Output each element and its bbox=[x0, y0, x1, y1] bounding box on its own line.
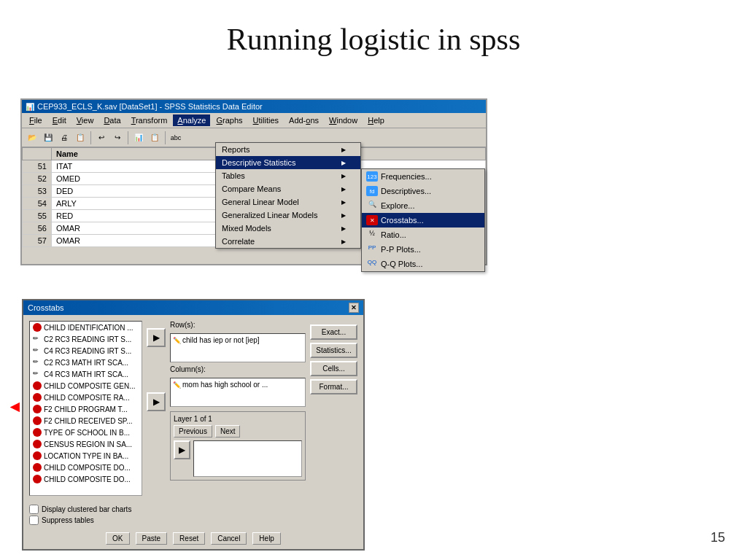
rows-field-item: ✏️ child has iep or not [iep] bbox=[173, 336, 260, 344]
menu-file[interactable]: File bbox=[25, 114, 47, 126]
toolbar-vars[interactable]: 📋 bbox=[147, 131, 162, 145]
variable-list-item[interactable]: ✏C4 RC3 READING IRT S... bbox=[30, 345, 142, 357]
col-num bbox=[23, 148, 52, 160]
columns-value: mom has high school or ... bbox=[182, 381, 268, 389]
submenu-ratio[interactable]: ½ Ratio... bbox=[362, 228, 484, 242]
menu-utilities[interactable]: Utilities bbox=[249, 114, 283, 126]
ok-button[interactable]: OK bbox=[106, 532, 129, 545]
submenu-frequencies[interactable]: 123 Frequencies... bbox=[362, 169, 484, 184]
menu-descriptive-stats[interactable]: Descriptive Statistics▶ bbox=[216, 156, 360, 169]
rows-field[interactable]: ✏️ child has iep or not [iep] bbox=[170, 333, 306, 362]
menu-transform[interactable]: Transform bbox=[127, 114, 172, 126]
dialog-title-bar: Crosstabs ✕ bbox=[23, 300, 363, 315]
next-button[interactable]: Next bbox=[215, 425, 241, 438]
qq-icon: QQ bbox=[366, 259, 378, 269]
variable-list-item[interactable]: CHILD COMPOSITE RA... bbox=[30, 392, 142, 403]
dialog-close-button[interactable]: ✕ bbox=[349, 303, 359, 313]
cells-button[interactable]: Cells... bbox=[310, 361, 357, 376]
row-num-cell: 54 bbox=[23, 198, 52, 210]
format-button[interactable]: Format... bbox=[310, 379, 357, 394]
variable-list[interactable]: CHILD IDENTIFICATION ...✏C2 RC3 READING … bbox=[29, 321, 142, 496]
menu-tables[interactable]: Tables▶ bbox=[216, 169, 360, 182]
clustered-bar-checkbox[interactable] bbox=[29, 505, 39, 514]
pencil-icon: ✏ bbox=[33, 335, 42, 343]
submenu-qq[interactable]: QQ Q-Q Plots... bbox=[362, 257, 484, 271]
col-arrow-button[interactable]: ▶ bbox=[147, 392, 166, 411]
red-circle-icon bbox=[33, 451, 42, 460]
menu-generalized-linear[interactable]: Generalized Linear Models▶ bbox=[216, 209, 360, 222]
red-circle-icon bbox=[33, 440, 42, 448]
row-num-cell: 57 bbox=[23, 235, 52, 247]
pencil-icon: ✏ bbox=[33, 346, 42, 355]
toolbar-save[interactable]: 💾 bbox=[41, 131, 55, 145]
menu-data[interactable]: Data bbox=[99, 114, 125, 126]
menu-compare-means[interactable]: Compare Means▶ bbox=[216, 182, 360, 195]
exact-button[interactable]: Exact... bbox=[310, 324, 357, 340]
menu-graphs[interactable]: Graphs bbox=[212, 114, 247, 126]
layer-arrow-button[interactable]: ▶ bbox=[174, 440, 190, 459]
menu-help[interactable]: Help bbox=[363, 114, 389, 126]
pp-label: P-P Plots... bbox=[381, 245, 421, 254]
submenu-explore[interactable]: 🔍 Explore... bbox=[362, 198, 484, 213]
menu-mixed-models[interactable]: Mixed Models▶ bbox=[216, 222, 360, 235]
dialog-right-panel: Row(s): ✏️ child has iep or not [iep] Co… bbox=[170, 321, 306, 496]
menu-window[interactable]: Window bbox=[325, 114, 362, 126]
help-button[interactable]: Help bbox=[252, 532, 281, 545]
layer-input[interactable] bbox=[193, 440, 302, 477]
toolbar-chart[interactable]: 📊 bbox=[131, 131, 146, 145]
columns-field[interactable]: ✏️ mom has high school or ... bbox=[170, 378, 306, 407]
row-arrow-button[interactable]: ▶ bbox=[147, 328, 166, 347]
pencil-icon: ✏ bbox=[33, 358, 42, 367]
rows-label: Row(s): bbox=[170, 321, 306, 329]
variable-list-item[interactable]: CHILD COMPOSITE GEN... bbox=[30, 380, 142, 392]
menu-analyze[interactable]: Analyze bbox=[173, 114, 210, 126]
menu-edit[interactable]: Edit bbox=[48, 114, 71, 126]
variable-list-item[interactable]: ✏C2 RC3 READING IRT S... bbox=[30, 333, 142, 345]
menu-general-linear[interactable]: General Linear Model▶ bbox=[216, 195, 360, 209]
paste-button[interactable]: Paste bbox=[136, 532, 168, 545]
toolbar-spellcheck[interactable]: abc bbox=[169, 131, 183, 145]
submenu-crosstabs[interactable]: ✕ Crosstabs... bbox=[362, 213, 484, 228]
row-num-cell: 55 bbox=[23, 210, 52, 222]
menu-reports[interactable]: Reports▶ bbox=[216, 143, 360, 156]
row-num-cell: 52 bbox=[23, 173, 52, 185]
var-item-label: CHILD IDENTIFICATION ... bbox=[44, 324, 133, 332]
analyze-menu: Reports▶ Descriptive Statistics▶ Tables▶… bbox=[215, 142, 361, 249]
columns-pencil-icon: ✏️ bbox=[173, 381, 181, 389]
rows-value: child has iep or not [iep] bbox=[182, 336, 260, 344]
toolbar-redo[interactable]: ↪ bbox=[110, 131, 125, 145]
previous-button[interactable]: Previous bbox=[174, 425, 212, 438]
toolbar-undo[interactable]: ↩ bbox=[94, 131, 109, 145]
spss-title-bar: 📊 CEP933_ECLS_K.sav [DataSet1] - SPSS St… bbox=[22, 100, 486, 113]
variable-list-item[interactable]: F2 CHILD PROGRAM T... bbox=[30, 403, 142, 415]
descriptive-submenu: 123 Frequencies... fd Descriptives... 🔍 … bbox=[361, 168, 485, 272]
clustered-bar-checkbox-row: Display clustered bar charts bbox=[29, 505, 357, 514]
variable-list-item[interactable]: CHILD COMPOSITE DO... bbox=[30, 473, 142, 485]
cancel-button[interactable]: Cancel bbox=[211, 532, 247, 545]
toolbar-dialog[interactable]: 📋 bbox=[73, 131, 88, 145]
suppress-tables-checkbox[interactable] bbox=[29, 516, 39, 525]
variable-list-item[interactable]: TYPE OF SCHOOL IN B... bbox=[30, 427, 142, 438]
spss-title-text: CEP933_ECLS_K.sav [DataSet1] - SPSS Stat… bbox=[37, 102, 263, 111]
separator-2 bbox=[128, 131, 128, 144]
variable-list-item[interactable]: LOCATION TYPE IN BA... bbox=[30, 450, 142, 462]
toolbar-open[interactable]: 📂 bbox=[25, 131, 39, 145]
separator-3 bbox=[165, 131, 166, 144]
menu-view[interactable]: View bbox=[72, 114, 98, 126]
dialog-footer: OK Paste Reset Cancel Help bbox=[23, 529, 363, 549]
variable-list-item[interactable]: ✏C4 RC3 MATH IRT SCA... bbox=[30, 368, 142, 380]
submenu-pp[interactable]: PP P-P Plots... bbox=[362, 242, 484, 257]
menu-addons[interactable]: Add-ons bbox=[285, 114, 323, 126]
toolbar-print[interactable]: 🖨 bbox=[57, 131, 71, 145]
rows-pencil-icon: ✏️ bbox=[173, 337, 181, 344]
reset-button[interactable]: Reset bbox=[173, 532, 205, 545]
ratio-label: Ratio... bbox=[381, 230, 406, 239]
variable-list-item[interactable]: ✏C2 RC3 MATH IRT SCA... bbox=[30, 357, 142, 368]
variable-list-item[interactable]: F2 CHILD RECEIVED SP... bbox=[30, 415, 142, 427]
submenu-descriptives[interactable]: fd Descriptives... bbox=[362, 184, 484, 198]
statistics-button[interactable]: Statistics... bbox=[310, 343, 357, 358]
variable-list-item[interactable]: CENSUS REGION IN SA... bbox=[30, 438, 142, 450]
variable-list-item[interactable]: CHILD COMPOSITE DO... bbox=[30, 462, 142, 473]
variable-list-item[interactable]: CHILD IDENTIFICATION ... bbox=[30, 322, 142, 333]
menu-correlate[interactable]: Correlate▶ bbox=[216, 235, 360, 248]
